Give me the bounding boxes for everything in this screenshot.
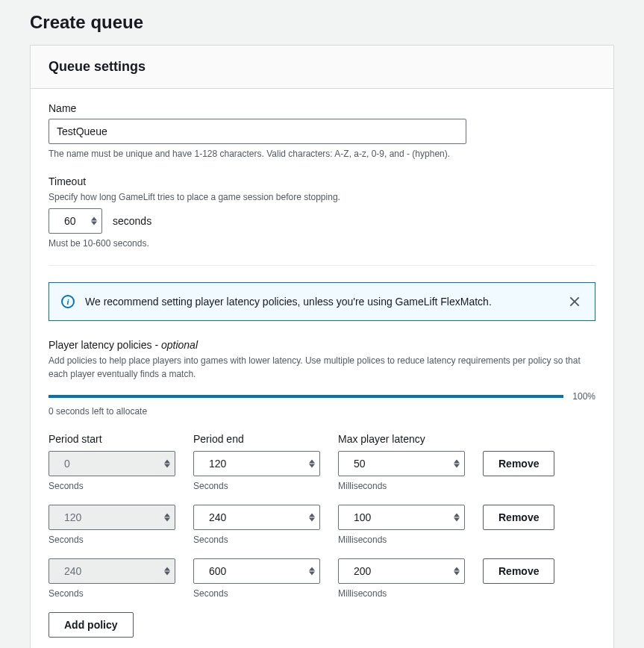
period-end-input[interactable] <box>193 505 320 530</box>
col-period-start: Period start <box>49 433 175 445</box>
close-icon[interactable] <box>566 293 583 310</box>
policy-headers: Period start Period end Max player laten… <box>49 433 595 445</box>
panel-title: Queue settings <box>49 59 595 75</box>
unit-seconds: Seconds <box>193 481 320 491</box>
name-input[interactable] <box>49 119 466 144</box>
period-end-input[interactable] <box>193 558 320 584</box>
spinner-icon <box>164 514 170 522</box>
period-start-input <box>49 505 175 530</box>
queue-settings-panel: Queue settings Name The name must be uni… <box>30 45 614 648</box>
unit-ms: Milliseconds <box>338 588 465 599</box>
timeout-field: Timeout Specify how long GameLift tries … <box>49 175 595 249</box>
spinner-icon <box>164 460 170 468</box>
progress-fill <box>49 395 563 398</box>
max-latency-input[interactable] <box>338 505 465 530</box>
timeout-hint: Must be 10-600 seconds. <box>49 238 595 249</box>
name-label: Name <box>49 102 595 114</box>
progress-pct: 100% <box>572 391 595 402</box>
timeout-unit: seconds <box>113 215 151 227</box>
policy-row: Seconds Seconds Milliseconds Remove <box>49 558 595 599</box>
spinner-icon[interactable] <box>309 567 315 576</box>
add-policy-button[interactable]: Add policy <box>49 612 134 638</box>
unit-seconds: Seconds <box>193 535 320 545</box>
alloc-left: 0 seconds left to allocate <box>49 406 595 417</box>
page-title: Create queue <box>30 12 614 33</box>
col-max-latency: Max player latency <box>338 433 465 445</box>
spinner-icon[interactable] <box>454 567 460 576</box>
remove-button[interactable]: Remove <box>483 558 554 584</box>
unit-seconds: Seconds <box>49 481 175 491</box>
info-banner: i We recommend setting player latency po… <box>49 282 595 321</box>
unit-seconds: Seconds <box>49 588 175 599</box>
period-start-input <box>49 451 175 476</box>
period-end-input[interactable] <box>193 451 320 476</box>
timeout-input[interactable] <box>49 208 102 234</box>
spinner-icon[interactable] <box>454 514 460 522</box>
period-start-input <box>49 558 175 584</box>
latency-title: Player latency policies - optional <box>49 339 595 351</box>
progress-row: 100% <box>49 391 595 402</box>
remove-button[interactable]: Remove <box>483 505 554 530</box>
max-latency-input[interactable] <box>338 451 465 476</box>
timeout-desc: Specify how long GameLift tries to place… <box>49 192 595 202</box>
spinner-icon[interactable] <box>454 460 460 468</box>
timeout-label: Timeout <box>49 175 595 187</box>
panel-header: Queue settings <box>31 46 613 89</box>
spinner-icon[interactable] <box>91 217 97 225</box>
info-message: We recommend setting player latency poli… <box>85 296 556 308</box>
max-latency-input[interactable] <box>338 558 465 584</box>
spinner-icon[interactable] <box>309 514 315 522</box>
policy-row: Seconds Seconds Milliseconds Remove <box>49 505 595 545</box>
remove-button[interactable]: Remove <box>483 451 554 476</box>
info-icon: i <box>61 295 75 308</box>
spinner-icon <box>164 567 170 576</box>
policy-row: Seconds Seconds Milliseconds Remove <box>49 451 595 491</box>
name-hint: The name must be unique and have 1-128 c… <box>49 149 595 159</box>
name-field: Name The name must be unique and have 1-… <box>49 102 595 159</box>
divider <box>49 265 595 266</box>
unit-seconds: Seconds <box>49 535 175 545</box>
progress-bar <box>49 395 563 398</box>
unit-ms: Milliseconds <box>338 481 465 491</box>
unit-ms: Milliseconds <box>338 535 465 545</box>
col-period-end: Period end <box>193 433 320 445</box>
unit-seconds: Seconds <box>193 588 320 599</box>
latency-desc: Add policies to help place players into … <box>49 354 595 381</box>
spinner-icon[interactable] <box>309 460 315 468</box>
